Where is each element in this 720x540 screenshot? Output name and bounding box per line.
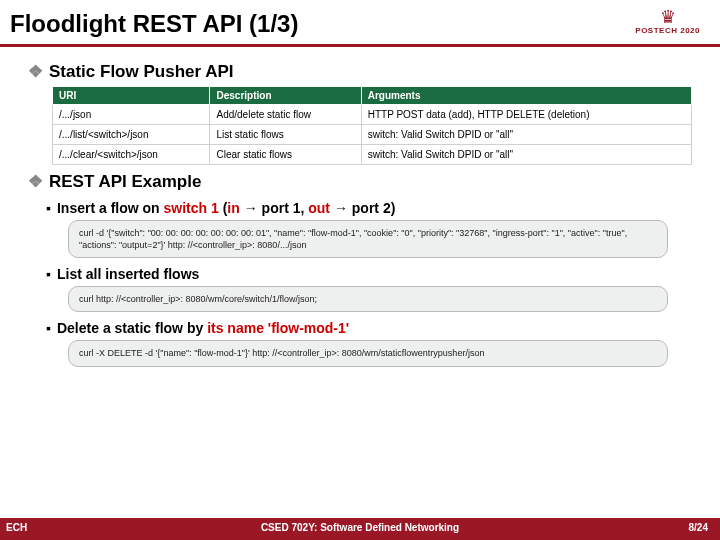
slide: Floodlight REST API (1/3) ♛ POSTECH 2020… (0, 0, 720, 540)
t: Delete a static flow by (57, 320, 207, 336)
square-icon: ▪ (46, 320, 51, 336)
slide-title: Floodlight REST API (1/3) (0, 0, 720, 44)
section1-heading: ❖Static Flow Pusher API (28, 61, 700, 82)
cell: Clear static flows (210, 145, 361, 165)
footer: ECH CSED 702Y: Software Defined Networki… (0, 518, 720, 540)
square-icon: ▪ (46, 266, 51, 282)
table-header-row: URI Description Arguments (53, 87, 692, 105)
crest-icon: ♛ (635, 8, 700, 26)
cell: /.../json (53, 105, 210, 125)
bullet-list-flows: ▪List all inserted flows (46, 266, 700, 282)
bullet-delete-flow: ▪Delete a static flow by its name 'flow-… (46, 320, 700, 336)
code-list: curl http: //<controller_ip>: 8080/wm/co… (68, 286, 668, 312)
cell: HTTP POST data (add), HTTP DELETE (delet… (361, 105, 691, 125)
t-red: in (227, 200, 239, 216)
code-delete: curl -X DELETE -d '{"name": "flow-mod-1"… (68, 340, 668, 366)
bullet-insert-flow: ▪Insert a flow on switch 1 (in → port 1,… (46, 200, 700, 216)
th-desc: Description (210, 87, 361, 105)
cell: switch: Valid Switch DPID or "all" (361, 145, 691, 165)
footer-center: CSED 702Y: Software Defined Networking (0, 522, 720, 533)
cell: /.../clear/<switch>/json (53, 145, 210, 165)
t: → port 1, (240, 200, 308, 216)
t-red: out (308, 200, 330, 216)
t: List all inserted flows (57, 266, 199, 282)
square-icon: ▪ (46, 200, 51, 216)
table-row: /.../json Add/delete static flow HTTP PO… (53, 105, 692, 125)
content: ❖Static Flow Pusher API URI Description … (0, 47, 720, 367)
api-table: URI Description Arguments /.../json Add/… (52, 86, 692, 165)
footer-right: 8/24 (689, 522, 708, 533)
t-red: its name 'flow-mod-1' (207, 320, 349, 336)
table-row: /.../list/<switch>/json List static flow… (53, 125, 692, 145)
t: Insert a flow on (57, 200, 164, 216)
section2-heading: ❖REST API Example (28, 171, 700, 192)
t: → port 2) (330, 200, 395, 216)
cell: Add/delete static flow (210, 105, 361, 125)
t-red: switch 1 (164, 200, 219, 216)
cell: switch: Valid Switch DPID or "all" (361, 125, 691, 145)
cell: /.../list/<switch>/json (53, 125, 210, 145)
section1-heading-text: Static Flow Pusher API (49, 62, 234, 81)
diamond-icon: ❖ (28, 62, 43, 81)
logo: ♛ POSTECH 2020 (635, 8, 700, 35)
th-uri: URI (53, 87, 210, 105)
th-args: Arguments (361, 87, 691, 105)
diamond-icon: ❖ (28, 172, 43, 191)
logo-name: POSTECH (635, 26, 677, 35)
cell: List static flows (210, 125, 361, 145)
code-insert: curl -d '{"switch": "00: 00: 00: 00: 00:… (68, 220, 668, 258)
logo-year: 2020 (680, 26, 700, 35)
section2-heading-text: REST API Example (49, 172, 201, 191)
table-row: /.../clear/<switch>/json Clear static fl… (53, 145, 692, 165)
